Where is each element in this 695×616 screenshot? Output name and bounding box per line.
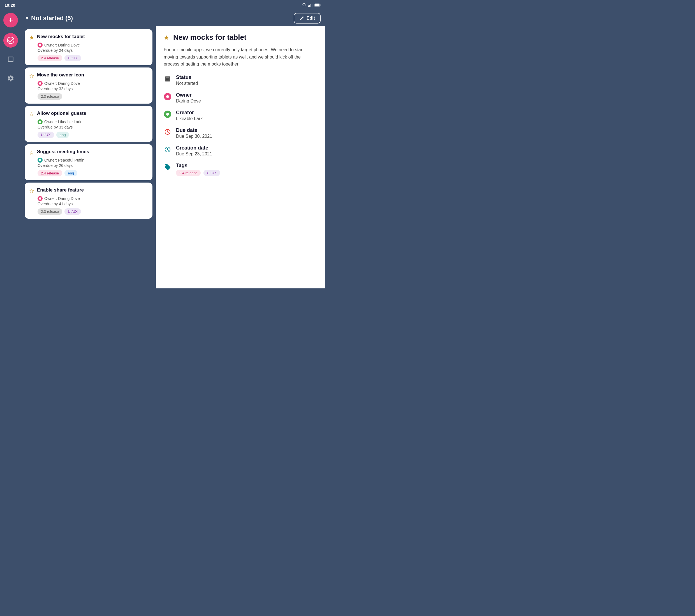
detail-status-value: Not started [176,81,198,86]
task-owner-3: Owner: Likeable Lark [44,120,81,124]
detail-description: For our mobile apps, we currently only t… [164,46,317,68]
owner-avatar-large [164,93,171,100]
task-tags-2: 2.3 release [37,93,148,100]
task-title-4: Suggest meeting times [37,149,89,155]
task-title-1: New mocks for tablet [37,34,85,40]
task-meta-1: Owner: Daring Dove [37,42,148,48]
owner-avatar-5 [37,196,43,201]
detail-tags-list: 2.4 release UI/UX [176,170,220,176]
detail-duedate-value: Due Sep 30, 2021 [176,134,212,139]
content-area: ▾ Not started (5) Edit ★ New mocks for t… [21,10,325,288]
status-icon [164,75,171,83]
collapse-chevron[interactable]: ▾ [26,15,28,21]
tags-icon [164,163,171,171]
duedate-icon [164,128,171,136]
task-card-3-header: ☆ Allow optional guests [29,110,148,118]
detail-duedate-content: Due date Due Sep 30, 2021 [176,127,212,139]
sidebar-item-inbox[interactable] [3,52,18,67]
task-tags-4: 2.4 release eng [37,170,148,176]
signal-icon [308,3,313,7]
task-title-2: Move the owner icon [37,72,84,78]
task-card-4-header: ☆ Suggest meeting times [29,149,148,156]
status-icons [302,3,321,7]
task-overdue-4: Overdue by 26 days [37,163,148,168]
detail-creationdate-value: Due Sep 23, 2021 [176,152,212,157]
star-icon-2[interactable]: ☆ [29,72,34,79]
detail-creator-label: Creator [176,110,203,116]
detail-creator-value: Likeable Lark [176,116,203,121]
svg-rect-2 [310,4,311,7]
detail-creator-field: Creator Likeable Lark [164,110,317,121]
star-icon-1[interactable]: ★ [29,34,34,41]
task-card-2[interactable]: ☆ Move the owner icon Owner: Daring Dove… [25,68,152,104]
task-meta-4: Owner: Peaceful Puffin [37,158,148,163]
tag-5-2: UI/UX [65,208,81,215]
svg-rect-5 [315,4,319,6]
creator-icon [164,110,171,118]
header: ▾ Not started (5) Edit [21,10,325,26]
detail-star-icon[interactable]: ★ [164,34,169,41]
tag-5-1: 2.3 release [37,208,62,215]
task-tags-3: UI/UX eng [37,131,148,138]
task-overdue-3: Overdue by 33 days [37,125,148,129]
task-title-3: Allow optional guests [37,110,86,117]
status-time: 10:20 [4,3,15,7]
add-button[interactable] [3,13,18,28]
detail-creationdate-field: Creation date Due Sep 23, 2021 [164,145,317,157]
detail-creationdate-label: Creation date [176,145,212,151]
svg-rect-6 [320,4,321,6]
star-icon-3[interactable]: ☆ [29,111,34,118]
edit-button[interactable]: Edit [294,13,321,23]
owner-avatar-1 [37,42,43,48]
detail-owner-content: Owner Daring Dove [176,92,201,104]
owner-icon [164,93,171,101]
owner-avatar-3 [37,119,43,124]
svg-point-7 [7,37,14,44]
detail-tags-field: Tags 2.4 release UI/UX [164,163,317,176]
svg-rect-3 [312,3,312,7]
owner-avatar-2 [37,81,43,86]
task-detail-panel: ★ New mocks for tablet For our mobile ap… [156,26,325,288]
detail-duedate-label: Due date [176,127,212,133]
star-icon-5[interactable]: ☆ [29,188,34,194]
tag-4-2: eng [65,170,77,176]
task-meta-2: Owner: Daring Dove [37,81,148,86]
sidebar-item-tasks[interactable] [3,33,18,48]
detail-status-content: Status Not started [176,74,198,86]
detail-tag-1: 2.4 release [176,170,201,176]
task-card-4[interactable]: ☆ Suggest meeting times Owner: Peaceful … [25,144,152,180]
task-card-1-header: ★ New mocks for tablet [29,34,148,41]
task-card-5-header: ☆ Enable share feature [29,187,148,194]
task-meta-3: Owner: Likeable Lark [37,119,148,124]
task-card-5[interactable]: ☆ Enable share feature Owner: Daring Dov… [25,182,152,219]
panels: ★ New mocks for tablet Owner: Daring Dov… [21,26,325,288]
detail-status-field: Status Not started [164,74,317,86]
task-overdue-1: Overdue by 24 days [37,48,148,53]
task-card-2-header: ☆ Move the owner icon [29,72,148,79]
detail-owner-value: Daring Dove [176,99,201,104]
task-overdue-2: Overdue by 32 days [37,87,148,91]
status-bar: 10:20 [0,0,325,10]
star-icon-4[interactable]: ☆ [29,149,34,156]
task-owner-1: Owner: Daring Dove [44,43,80,47]
task-owner-2: Owner: Daring Dove [44,81,80,86]
creationdate-icon [164,146,171,154]
task-card-1[interactable]: ★ New mocks for tablet Owner: Daring Dov… [25,29,152,65]
detail-owner-field: Owner Daring Dove [164,92,317,104]
task-card-3[interactable]: ☆ Allow optional guests Owner: Likeable … [25,106,152,142]
header-title: Not started (5) [31,15,294,22]
tag-1-1: 2.4 release [37,55,62,61]
owner-avatar-4 [37,158,43,163]
tag-4-1: 2.4 release [37,170,62,176]
detail-owner-label: Owner [176,92,201,98]
task-tags-5: 2.3 release UI/UX [37,208,148,215]
detail-tag-2: UI/UX [203,170,220,176]
main-layout: ▾ Not started (5) Edit ★ New mocks for t… [0,10,325,288]
battery-icon [315,3,321,7]
task-title-5: Enable share feature [37,187,84,193]
detail-status-label: Status [176,74,198,81]
detail-title: New mocks for tablet [173,33,247,42]
task-list-panel: ★ New mocks for tablet Owner: Daring Dov… [21,26,156,288]
wifi-icon [302,3,307,7]
sidebar-item-settings[interactable] [3,71,18,86]
